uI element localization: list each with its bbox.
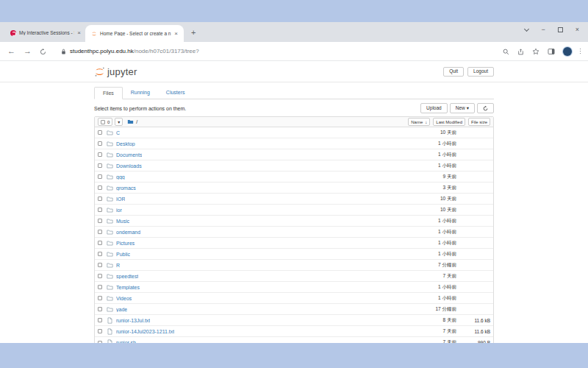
item-link[interactable]: Templates <box>116 285 140 290</box>
item-link[interactable]: Public <box>116 252 130 257</box>
new-tab-button[interactable]: + <box>191 29 196 37</box>
table-row[interactable]: Public 1 小時前 <box>95 249 493 260</box>
table-row[interactable]: gromacs 3 天前 <box>95 183 493 194</box>
table-row[interactable]: yade 17 分鐘前 <box>95 304 493 315</box>
jupyter-logo[interactable]: jupyter <box>94 66 137 77</box>
item-link[interactable]: C <box>116 130 120 135</box>
item-link[interactable]: IOR <box>116 197 125 202</box>
sort-modified-button[interactable]: Last Modified <box>433 118 465 126</box>
breadcrumb-path[interactable]: / <box>136 119 137 124</box>
row-checkbox[interactable] <box>98 274 102 278</box>
row-checkbox[interactable] <box>98 329 102 333</box>
row-checkbox[interactable] <box>98 263 102 267</box>
item-link[interactable]: runior-14Jul2023-1211.txt <box>116 329 174 334</box>
sort-name-button[interactable]: Name↓ <box>408 118 430 126</box>
new-dropdown-button[interactable]: New▾ <box>450 103 475 113</box>
window-minimize-button[interactable]: − <box>541 26 545 33</box>
select-all-checkbox[interactable] <box>101 120 105 124</box>
table-row[interactable]: R 7 分鐘前 <box>95 260 493 271</box>
select-all-button[interactable]: 0 <box>98 118 112 126</box>
row-checkbox[interactable] <box>98 341 102 344</box>
row-checkbox[interactable] <box>98 219 102 223</box>
tab-running[interactable]: Running <box>123 87 158 99</box>
row-checkbox[interactable] <box>98 174 102 179</box>
tab-close-icon[interactable]: × <box>174 30 178 37</box>
row-checkbox[interactable] <box>98 307 102 311</box>
row-checkbox[interactable] <box>98 318 102 322</box>
share-icon[interactable] <box>517 45 524 58</box>
select-dropdown-button[interactable]: ▾ <box>115 118 123 126</box>
window-maximize-button[interactable] <box>558 27 563 32</box>
item-link[interactable]: R <box>116 263 120 268</box>
table-row[interactable]: Documents 1 小時前 <box>95 149 493 160</box>
row-checkbox[interactable] <box>98 130 102 135</box>
row-checkbox[interactable] <box>98 141 102 146</box>
table-row[interactable]: Downloads 1 小時前 <box>95 160 493 171</box>
back-button[interactable]: ← <box>7 47 15 55</box>
refresh-button[interactable] <box>477 103 494 113</box>
item-link[interactable]: Music <box>116 219 129 224</box>
table-row[interactable]: ior 10 天前 <box>95 205 493 216</box>
side-panel-icon[interactable] <box>548 45 555 58</box>
tab-files[interactable]: Files <box>94 87 123 99</box>
row-checkbox[interactable] <box>98 163 102 168</box>
item-link[interactable]: Pictures <box>116 241 135 246</box>
table-row[interactable]: ondemand 1 小時前 <box>95 227 493 238</box>
item-link[interactable]: Documents <box>116 152 142 158</box>
row-checkbox[interactable] <box>98 241 102 245</box>
table-row[interactable]: Pictures 1 小時前 <box>95 238 493 249</box>
item-link[interactable]: runior.sh <box>116 340 136 343</box>
browser-tab-ondemand[interactable]: My Interactive Sessions - Studen × <box>6 26 85 42</box>
table-row[interactable]: Desktop 1 小時前 <box>95 138 493 149</box>
reload-button[interactable] <box>40 45 46 58</box>
row-checkbox[interactable] <box>98 208 102 212</box>
row-checkbox[interactable] <box>98 252 102 256</box>
table-row[interactable]: speedtest 7 天前 <box>95 271 493 282</box>
table-row[interactable]: IOR 10 天前 <box>95 194 493 205</box>
bookmark-star-icon[interactable] <box>532 45 539 58</box>
item-link[interactable]: runior-13Jul.txt <box>116 318 150 323</box>
zoom-icon[interactable] <box>503 45 509 58</box>
item-link[interactable]: ondemand <box>116 230 140 235</box>
row-checkbox[interactable] <box>98 296 102 300</box>
upload-button[interactable]: Upload <box>420 103 448 113</box>
row-checkbox[interactable] <box>98 285 102 289</box>
row-checkbox[interactable] <box>98 197 102 201</box>
browser-tab-jupyter[interactable]: Home Page - Select or create a n × <box>85 25 184 42</box>
item-link[interactable]: Downloads <box>116 163 142 169</box>
breadcrumb-folder-icon[interactable] <box>127 118 134 125</box>
row-checkbox[interactable] <box>98 185 102 190</box>
table-row[interactable]: runior.sh 7 天前 990 B <box>95 337 493 343</box>
browser-menu-icon[interactable] <box>580 49 581 54</box>
item-link[interactable]: ggg <box>116 174 125 180</box>
item-link[interactable]: ior <box>116 208 122 213</box>
table-row[interactable]: Music 1 小時前 <box>95 216 493 227</box>
table-row[interactable]: runior-14Jul2023-1211.txt 7 天前 11.6 kB <box>95 326 493 337</box>
forward-button[interactable]: → <box>24 47 32 55</box>
table-row[interactable]: runior-13Jul.txt 8 天前 11.6 kB <box>95 315 493 326</box>
item-link[interactable]: speedtest <box>116 274 138 279</box>
table-row[interactable]: Templates 1 小時前 <box>95 282 493 293</box>
table-row[interactable]: ggg 9 天前 <box>95 171 493 183</box>
window-close-button[interactable]: × <box>576 26 579 33</box>
quit-button[interactable]: Quit <box>443 67 464 77</box>
item-size: 11.6 kB <box>456 329 490 334</box>
tab-search-chevron-icon[interactable] <box>524 26 529 31</box>
logout-button[interactable]: Logout <box>467 67 494 77</box>
address-bar[interactable]: studenthpc.polyu.edu.hk/node/h07c01/3173… <box>61 48 495 54</box>
sort-size-button[interactable]: File size <box>468 118 490 126</box>
item-link[interactable]: gromacs <box>116 185 136 191</box>
item-modified: 1 小時前 <box>438 240 456 247</box>
row-checkbox[interactable] <box>98 230 102 234</box>
table-row[interactable]: Videos 1 小時前 <box>95 293 493 304</box>
tab-close-icon[interactable]: × <box>77 29 81 36</box>
profile-avatar[interactable] <box>563 47 572 56</box>
table-row[interactable]: C 10 天前 <box>95 127 493 138</box>
folder-icon <box>107 207 113 213</box>
item-link[interactable]: yade <box>116 307 127 312</box>
tab-clusters[interactable]: Clusters <box>158 87 193 99</box>
item-link[interactable]: Videos <box>116 296 132 301</box>
item-link[interactable]: Desktop <box>116 141 135 146</box>
row-checkbox[interactable] <box>98 152 102 157</box>
browser-window: My Interactive Sessions - Studen × Home … <box>0 22 588 343</box>
